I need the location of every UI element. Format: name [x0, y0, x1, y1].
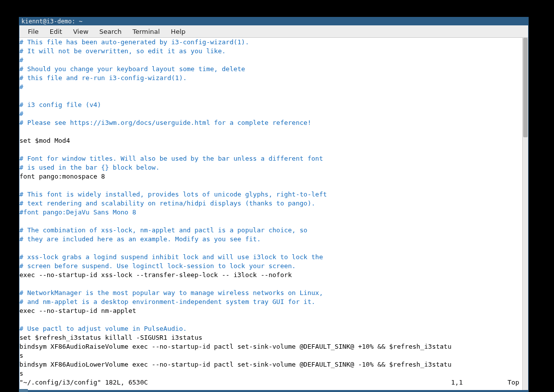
menubar: File Edit View Search Terminal Help	[19, 25, 528, 38]
terminal-line	[19, 315, 522, 324]
terminal-line: set $refresh_i3status killall -SIGUSR1 i…	[19, 333, 522, 342]
terminal-line: # Please see https://i3wm.org/docs/userg…	[19, 118, 522, 127]
menu-edit[interactable]: Edit	[44, 26, 68, 37]
terminal-line	[19, 217, 522, 226]
status-file: "~/.config/i3/config" 182L, 6530C	[19, 378, 148, 387]
terminal-line: # and nm-applet is a desktop environment…	[19, 297, 522, 306]
terminal-line: # Font for window titles. Will also be u…	[19, 154, 522, 163]
terminal-line: # text rendering and scalability on reti…	[19, 199, 522, 208]
terminal-line: # screen before suspend. Use loginctl lo…	[19, 262, 522, 271]
terminal-line	[19, 127, 522, 136]
menu-help[interactable]: Help	[165, 26, 191, 37]
terminal-line	[19, 244, 522, 253]
scroll-thumb[interactable]	[523, 38, 528, 137]
terminal-line: s	[19, 369, 522, 378]
terminal-line: # xss-lock grabs a logind suspend inhibi…	[19, 253, 522, 262]
terminal-window: kiennt@i3-demo: ~ File Edit View Search …	[19, 17, 529, 391]
terminal-content[interactable]: # This file has been auto-generated by i…	[19, 38, 522, 391]
terminal-line: # Use pactl to adjust volume in PulseAud…	[19, 324, 522, 333]
menu-search[interactable]: Search	[94, 26, 127, 37]
window-title: kiennt@i3-demo: ~	[21, 18, 83, 25]
terminal-line: exec --no-startup-id nm-applet	[19, 306, 522, 315]
terminal-line: # The combination of xss-lock, nm-applet…	[19, 226, 522, 235]
menu-view[interactable]: View	[68, 26, 94, 37]
terminal-line: exec --no-startup-id xss-lock --transfer…	[19, 271, 522, 280]
terminal-line: #font pango:DejaVu Sans Mono 8	[19, 208, 522, 217]
terminal-line: bindsym XF86AudioRaiseVolume exec --no-s…	[19, 342, 522, 351]
terminal-line: bindsym XF86AudioLowerVolume exec --no-s…	[19, 360, 522, 369]
terminal-line	[19, 92, 522, 100]
terminal-line: #	[19, 83, 522, 92]
terminal-line: # This font is widely installed, provide…	[19, 190, 522, 199]
status-scroll: Top	[508, 378, 522, 387]
terminal-line	[19, 280, 522, 289]
terminal-line: #	[19, 56, 522, 65]
terminal-line: # is used in the bar {} block below.	[19, 163, 522, 172]
terminal-line: # This file has been auto-generated by i…	[19, 38, 522, 47]
scrollbar[interactable]	[522, 38, 528, 391]
terminal-line: #	[19, 109, 522, 118]
terminal-line: # this file and re-run i3-config-wizard(…	[19, 74, 522, 83]
menu-file[interactable]: File	[22, 26, 44, 37]
workspace-indicator[interactable]	[19, 389, 28, 392]
terminal-line: # i3 config file (v4)	[19, 100, 522, 109]
terminal-area: # This file has been auto-generated by i…	[19, 38, 528, 391]
window-titlebar[interactable]: kiennt@i3-demo: ~	[19, 17, 528, 25]
terminal-line: set $mod Mod4	[19, 136, 522, 145]
terminal-line: # NetworkManager is the most popular way…	[19, 289, 522, 297]
i3-bar[interactable]	[19, 390, 529, 392]
terminal-line: # they are included here as an example. …	[19, 235, 522, 244]
terminal-line	[19, 145, 522, 154]
vim-status-line: "~/.config/i3/config" 182L, 6530C1,1Top	[19, 378, 522, 387]
terminal-line: font pango:monospace 8	[19, 172, 522, 181]
terminal-line: s	[19, 351, 522, 360]
terminal-line	[19, 181, 522, 190]
status-position: 1,1	[451, 378, 507, 387]
terminal-line: # It will not be overwritten, so edit it…	[19, 47, 522, 56]
terminal-line: # Should you change your keyboard layout…	[19, 65, 522, 74]
menu-terminal[interactable]: Terminal	[127, 26, 165, 37]
